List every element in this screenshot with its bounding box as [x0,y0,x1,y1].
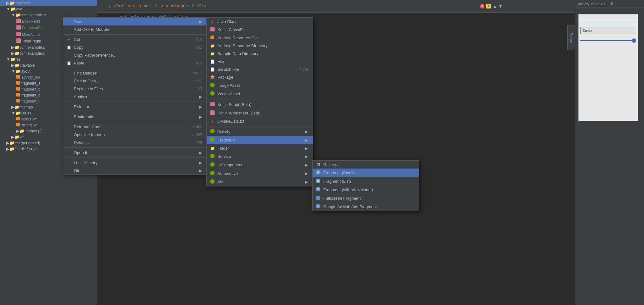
uicomponent-label: UiComponent [217,163,303,167]
menu-item-admob-fragment[interactable]: G Google AdMob Ads Fragment [313,202,419,211]
separator-4 [63,112,207,112]
menu-item-fragment-blank[interactable]: Fragment (Blank) [313,169,419,177]
menu-item-delete[interactable]: Delete... ⌫ [63,139,207,147]
find-in-files-label: Find in Files... [74,79,194,83]
android-resource-dir-label: Android Resource Directory [217,43,308,48]
menu-item-optimize-imports[interactable]: Optimize Imports ⌥⌘O [63,131,207,139]
menu-item-local-history[interactable]: Local History ▶ [63,159,207,167]
chevron-right-icon: ▶ [6,1,9,5]
design-canvas: Camp [578,14,638,121]
paste-icon: 📋 [66,61,72,65]
expand-icon[interactable]: ⬆ [610,1,614,6]
chevron-right-icon-7: ▶ [11,135,14,139]
sidebar-item-java[interactable]: ▼ 📁 java [0,6,97,12]
menu-item-android-resource-dir[interactable]: 📁 Android Resource Directory [207,42,313,50]
sidebar-label-res-generated: res (generated) [14,141,40,145]
paste-shortcut: ⌘V [196,61,202,65]
menu-item-image-asset[interactable]: Image Asset [207,81,313,90]
menu-item-refactor[interactable]: Refactor ▶ [63,103,207,111]
kotlin-icon-4 [16,38,21,44]
java-class-icon: J [209,19,216,24]
vector-asset-icon [209,91,216,97]
folder-icon-values: 📁 [15,111,20,115]
folder-android-icon: 📁 [209,146,216,151]
uicomponent-android-icon [209,162,216,168]
menu-item-java-class[interactable]: J Java Class [207,18,313,25]
menu-item-fragment[interactable]: Fragment ▶ [207,136,313,144]
next-error-icon[interactable]: ▼ [498,4,503,9]
menu-item-bookmarks[interactable]: Bookmarks ▶ [63,113,207,121]
warning-dot: 1 [486,4,491,8]
separator-m2-2 [207,126,313,126]
delete-shortcut: ⌫ [197,141,202,145]
folder-icon-drawable: 📁 [14,63,19,68]
menu-item-fullscreen-fragment[interactable]: Fullscreen Fragment [313,194,419,202]
kotlin-class-icon [209,27,216,32]
menu-item-sample-data-dir[interactable]: 📁 Sample Data Directory [207,50,313,58]
menu-item-paste[interactable]: 📋 Paste ⌘V [63,59,207,67]
menu-item-automotive[interactable]: Automotive ▶ [207,169,313,178]
menu-item-kotlin-worksheet[interactable]: Kotlin Worksheet (Beta) [207,109,313,117]
open-in-label: Open In [74,150,197,155]
menu-item-copy[interactable]: 📋 Copy ⌘C [63,43,207,51]
sidebar-label-xml: xml [19,135,25,139]
sidebar-label-com3: com.example.c [19,51,45,56]
menu-item-find-usages[interactable]: Find Usages ⌥F7 [63,69,207,77]
optimize-shortcut: ⌥⌘O [191,133,202,137]
menu-item-folder[interactable]: 📁 Folder ▶ [207,144,313,152]
xml-icon-4 [16,93,20,97]
uicomponent-arrow: ▶ [305,163,308,167]
menu-item-service[interactable]: Service ▶ [207,152,313,161]
git-arrow: ▶ [199,169,202,173]
menu-item-open-in[interactable]: Open In ▶ [63,149,207,157]
fragment-label: Fragment [217,138,303,142]
fragment-list-label: Fragment (List) [323,179,414,184]
menu-item-scratch-file[interactable]: 📄 Scratch File ⌃⇧N [207,65,313,73]
sidebar-item-manifests[interactable]: ▶ 📁 manifests [0,0,97,6]
menu-item-find-in-files[interactable]: Find in Files... ⌃⇧F [63,77,207,85]
folder-icon-java: 📁 [10,7,15,11]
fullscreen-fragment-icon [315,196,321,201]
menu-item-kotlin-script[interactable]: Kotlin Script (Beta) [207,100,313,109]
menu-item-cmakelists[interactable]: 🔺 CMakeLists.txt [207,117,313,125]
menu-item-activity[interactable]: Activity ▶ [207,127,313,136]
menu-item-android-resource-file[interactable]: Android Resource File [207,34,313,42]
prev-error-icon[interactable]: ▲ [493,4,497,9]
separator-5 [63,122,207,122]
menu-item-reformat[interactable]: Reformat Code ⌥⌘L [63,123,207,131]
menu-item-xml[interactable]: XML ▶ [207,178,313,186]
menu-item-git[interactable]: Git ▶ [63,167,207,175]
folder-icon-themes: 📁 [19,129,25,133]
svg-rect-9 [317,188,319,189]
menu-item-kotlin-class[interactable]: Kotlin Class/File [207,25,313,34]
replace-in-files-label: Replace in Files... [74,86,193,91]
menu-item-uicomponent[interactable]: UiComponent ▶ [207,161,313,169]
palette-tab[interactable]: Palette [567,25,575,50]
cut-label: Cut [74,37,196,42]
chevron-down-icon-4: ▼ [11,69,15,74]
menu-item-add-cpp[interactable]: Add C++ to Module [63,25,207,33]
xml-icon-3 [16,87,20,92]
kotlin-icon-3 [16,32,21,37]
sidebar-label-colors: colors.xml [21,117,38,121]
menu-item-gallery[interactable]: 🖼 Gallery... [313,161,419,169]
menu-item-replace-in-files[interactable]: Replace in Files... ⌃⇧R [63,85,207,93]
design-preview: Camp [575,8,644,124]
menu-item-fragment-viewmodel[interactable]: Fragment (with ViewModel) [313,186,419,194]
xml-icon-1 [16,75,20,80]
menu-item-copy-path[interactable]: Copy Path/Reference... [63,51,207,59]
menu-item-file[interactable]: 📄 File [207,58,313,65]
chevron-right-icon-6: ▶ [16,129,19,133]
folder-label: Folder [217,146,303,151]
menu-item-fragment-list[interactable]: Fragment (List) [313,177,419,186]
menu-item-new[interactable]: New ▶ [63,18,207,25]
folder-icon-com3: 📁 [14,51,19,56]
sidebar-label-mainactivity: MainActivit [22,32,40,37]
nav-arrows[interactable]: ▲ ▼ [493,4,503,9]
editor-tab-bar: activity_main.xml ⬆ [575,0,644,8]
menu-item-analyze[interactable]: Analyze ▶ [63,93,207,101]
menu-item-vector-asset[interactable]: Vector Asset [207,90,313,98]
menu-item-cut[interactable]: ✂ Cut ⌘X [63,36,207,43]
menu-item-package[interactable]: 📦 Package [207,73,313,81]
refactor-label: Refactor [74,104,197,109]
